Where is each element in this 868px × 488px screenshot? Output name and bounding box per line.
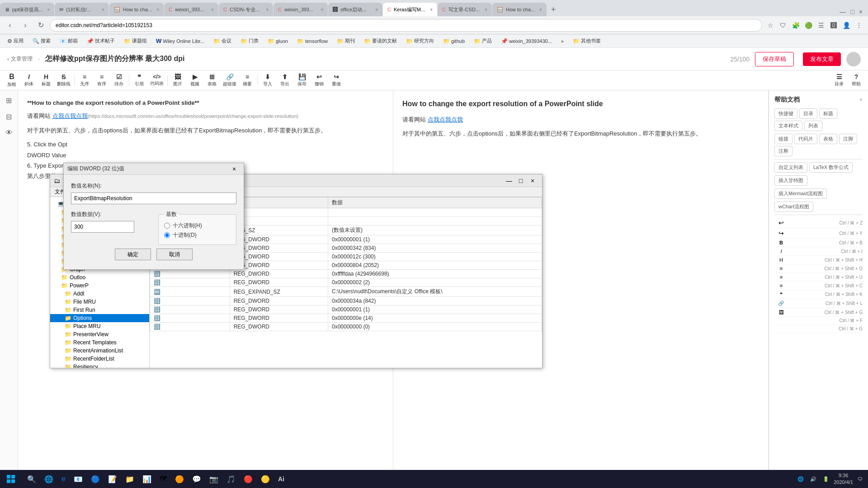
tab-close-2[interactable]: × xyxy=(102,7,104,12)
toolbar-export[interactable]: ⬆ 导出 xyxy=(277,72,293,89)
bookmark-tensorflow[interactable]: 📁tensorflow xyxy=(293,37,331,45)
taskbar-item-explorer[interactable]: 📁 xyxy=(122,471,138,487)
tree-item-powerpoint[interactable]: 📁PowerP xyxy=(50,282,149,290)
taskbar-item-maps[interactable]: 🗺 xyxy=(156,471,170,487)
maximize-browser[interactable]: □ xyxy=(849,7,856,16)
table-row[interactable]: 🔢 REG_DWORD 0x00000002 (2) xyxy=(150,278,542,287)
toolbar-redo[interactable]: ↪ 重做 xyxy=(328,72,344,89)
back-button[interactable]: ‹ xyxy=(4,19,16,32)
help-tag-toc[interactable]: 目录 xyxy=(799,108,817,119)
toolbar-strikethrough[interactable]: S 删除线 xyxy=(55,72,72,89)
toolbar-todo[interactable]: ☑ 待办 xyxy=(111,72,127,89)
registry-minimize[interactable]: — xyxy=(503,176,515,186)
help-tag-custom-list[interactable]: 自定义列表 xyxy=(774,162,807,173)
bookmark-more[interactable]: » xyxy=(557,38,567,45)
toolbar-help[interactable]: ? 帮助 xyxy=(848,72,864,89)
bookmark-wiley[interactable]: WWiley Online Libr... xyxy=(152,37,208,45)
bookmark-research[interactable]: 📁研究方向 xyxy=(402,37,438,45)
help-tag-table[interactable]: 表格 xyxy=(819,134,837,144)
tab-close-10[interactable]: × xyxy=(539,7,542,12)
toolbar-bold[interactable]: B 加粗 xyxy=(4,72,20,89)
bookmark-search[interactable]: 🔍搜索 xyxy=(29,37,54,45)
bookmark-other[interactable]: 📁其他书签 xyxy=(569,37,604,45)
tray-action-center[interactable]: 🗨 xyxy=(856,475,864,483)
taskbar-item-cortana[interactable]: 🌐 xyxy=(41,471,57,487)
taskbar-item-ai[interactable]: Ai xyxy=(274,471,288,487)
tree-item-presenterview[interactable]: 📁PresenterView xyxy=(50,330,149,338)
toolbar-italic[interactable]: I 斜体 xyxy=(21,72,37,89)
sidebar-eye-icon[interactable]: 👁 xyxy=(3,127,15,139)
tree-item-firstrun[interactable]: 📁First Run xyxy=(50,306,149,314)
taskbar-item-camera[interactable]: 📷 xyxy=(206,471,222,487)
help-tag-wchart[interactable]: wChart流程图 xyxy=(774,202,813,212)
extension-puzzle[interactable]: 🧩 xyxy=(790,20,801,31)
taskbar-item-outlook[interactable]: 📧 xyxy=(70,471,86,487)
registry-close[interactable]: × xyxy=(527,176,538,186)
tab-close-8[interactable]: × xyxy=(430,7,433,12)
taskbar-item-search[interactable]: 🔍 xyxy=(24,471,40,487)
toolbar-link[interactable]: 🔗 超链接 xyxy=(221,72,238,89)
tree-item-options[interactable]: 📁Options xyxy=(50,314,149,322)
help-tag-comment[interactable]: 注释 xyxy=(774,146,793,156)
sidebar-expand-icon[interactable]: ⊞ xyxy=(3,94,15,107)
bookmark-door[interactable]: 📁门类 xyxy=(237,37,262,45)
bookmark-project[interactable]: 📁课题组 xyxy=(120,37,151,45)
dword-dialog-close[interactable]: × xyxy=(228,164,240,174)
bookmark-mail[interactable]: 📧邮箱 xyxy=(56,37,81,45)
toolbar-video[interactable]: ▶ 视频 xyxy=(187,72,203,89)
bookmark-meeting[interactable]: 📁会议 xyxy=(210,37,235,45)
dword-ok-button[interactable]: 确定 xyxy=(115,249,151,260)
taskbar-item-blue[interactable]: 🔵 xyxy=(87,471,104,487)
table-row[interactable]: 🔢 REG_DWORD 0xfffffdaa (4294966698) xyxy=(150,270,542,278)
save-draft-button[interactable]: 保存草稿 xyxy=(755,52,794,66)
table-row[interactable]: 🔤 REG_EXPAND_SZ C:\Users\nudlt\Documents… xyxy=(150,287,542,297)
tree-item-outlook[interactable]: 📁Outloo xyxy=(50,273,149,282)
dword-radio-dec-input[interactable] xyxy=(164,232,170,238)
back-to-articles[interactable]: ‹ 文章管理 xyxy=(7,55,33,63)
help-close-button[interactable]: × xyxy=(859,97,863,103)
tree-item-recenttemplates[interactable]: 📁Recent Templates xyxy=(50,338,149,347)
tab-10[interactable]: 🪟 How to cha... × xyxy=(492,3,547,16)
table-row[interactable]: 🔢 REG_DWORD 0x00000001 (1) xyxy=(150,305,542,314)
publish-button[interactable]: 发布文章 xyxy=(803,52,841,66)
toolbar-table[interactable]: ⊞ 表格 xyxy=(204,72,220,89)
help-tag-shortcut[interactable]: 快捷键 xyxy=(774,108,797,119)
help-tag-footnote[interactable]: 注脚 xyxy=(839,134,857,144)
address-bar[interactable] xyxy=(50,19,762,32)
toolbar-codeblock[interactable]: </> 代码块 xyxy=(148,72,165,89)
toolbar-abstract[interactable]: ≡ 摘要 xyxy=(239,72,255,89)
help-tag-heading[interactable]: 标题 xyxy=(819,108,837,119)
bookmark-github[interactable]: 📁github xyxy=(439,37,468,45)
dword-cancel-button[interactable]: 取消 xyxy=(156,249,193,260)
toolbar-quote[interactable]: ❝ 引用 xyxy=(131,72,147,89)
help-tag-text-style[interactable]: 文本样式 xyxy=(774,121,802,131)
tree-item-recentfolder[interactable]: 📁RecentFolderList xyxy=(50,355,149,363)
table-row[interactable]: 🔢 REG_DWORD 0x0000034a (842) xyxy=(150,297,542,305)
tree-item-resiliency[interactable]: 📁Resiliency xyxy=(50,363,149,368)
table-row[interactable]: 🔢 REG_DWORD 0x00000000 (0) xyxy=(150,323,542,331)
more-options[interactable]: ⋮ xyxy=(854,20,864,31)
toolbar-unordered[interactable]: ≡ 无序 xyxy=(76,72,93,89)
extension-list[interactable]: ☰ xyxy=(816,20,826,31)
tab-5[interactable]: C CSDN-专业... × xyxy=(219,3,273,16)
help-tag-code[interactable]: 代码片 xyxy=(794,134,817,144)
tab-1[interactable]: 🖥 ppt保存提高... × xyxy=(0,3,54,16)
tree-item-addin[interactable]: 📁AddI xyxy=(50,290,149,298)
minimize-browser[interactable]: — xyxy=(838,7,848,16)
table-row[interactable]: 🔢 REG_DWORD 0x0000000e (14) xyxy=(150,314,542,323)
help-tag-mermaid[interactable]: 插入Mermaid流程图 xyxy=(774,188,827,199)
tab-close-3[interactable]: × xyxy=(156,7,159,12)
tab-close-5[interactable]: × xyxy=(266,7,269,12)
help-tag-gantt[interactable]: 插入甘特图 xyxy=(774,175,807,186)
taskbar-item-excel[interactable]: 📊 xyxy=(139,471,155,487)
bookmark-weixin[interactable]: 📌weixin_39393430... xyxy=(497,37,556,45)
tray-battery[interactable]: 🔋 xyxy=(821,475,831,483)
taskbar-start-button[interactable] xyxy=(0,470,22,488)
extension-shield[interactable]: 🛡 xyxy=(778,20,788,31)
tree-item-recentanimation[interactable]: 📁RecentAnimationList xyxy=(50,347,149,355)
tab-close-7[interactable]: × xyxy=(375,7,378,12)
bookmark-papers[interactable]: 📁要读的文献 xyxy=(360,37,401,45)
tab-8[interactable]: C Keras编写M... × xyxy=(383,3,437,16)
toolbar-undo[interactable]: ↩ 撤销 xyxy=(311,72,327,89)
registry-maximize[interactable]: □ xyxy=(515,176,527,186)
